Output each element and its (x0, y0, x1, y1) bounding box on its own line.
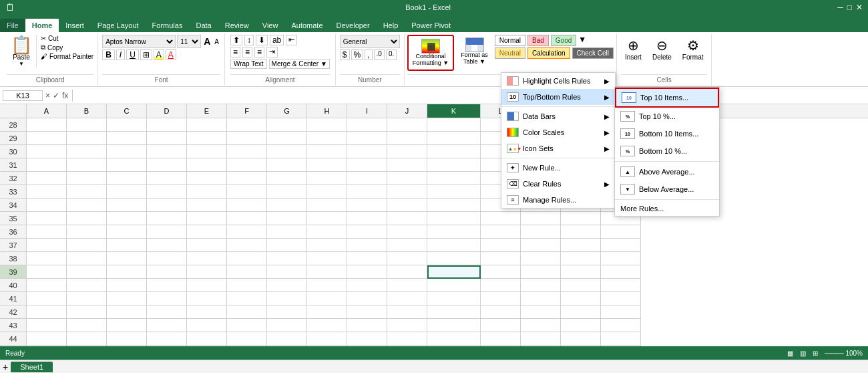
cell-E33[interactable] (187, 185, 227, 199)
cell-C28[interactable] (107, 118, 147, 132)
cell-E35[interactable] (187, 212, 227, 225)
wrap-text-button[interactable]: Wrap Text (230, 59, 267, 69)
formula-input[interactable] (74, 91, 865, 100)
cell-H41[interactable] (307, 292, 347, 305)
tab-data[interactable]: Data (189, 19, 218, 32)
more-rules-item[interactable]: More Rules... (615, 201, 719, 216)
cell-J35[interactable] (387, 212, 427, 225)
cell-H42[interactable] (307, 305, 347, 319)
cell-O41[interactable] (601, 292, 641, 305)
cell-J41[interactable] (387, 292, 427, 305)
cf-databars-item[interactable]: Data Bars ▶ (501, 108, 615, 124)
cell-K40[interactable] (427, 279, 481, 292)
cell-N40[interactable] (561, 279, 601, 292)
cell-K35[interactable] (427, 212, 481, 225)
cell-K32[interactable] (427, 172, 481, 185)
cell-J32[interactable] (387, 172, 427, 185)
cell-D30[interactable] (147, 145, 187, 158)
cell-F41[interactable] (227, 292, 267, 305)
align-top-button[interactable]: ⬆ (230, 35, 242, 45)
cell-A40[interactable] (27, 279, 67, 292)
cell-D35[interactable] (147, 212, 187, 225)
font-grow-button[interactable]: A (202, 35, 212, 47)
row-num-35[interactable]: 35 (0, 212, 26, 225)
cell-L39[interactable] (481, 265, 521, 279)
cell-K33[interactable] (427, 185, 481, 199)
cell-B38[interactable] (67, 252, 107, 265)
number-format-select[interactable]: General (340, 35, 400, 48)
cell-F44[interactable] (227, 332, 267, 346)
insert-cells-button[interactable]: ⊕ Insert (621, 35, 646, 64)
cell-E32[interactable] (187, 172, 227, 185)
cell-E36[interactable] (187, 225, 227, 239)
decrease-decimal-button[interactable]: 0. (386, 49, 397, 60)
cell-K30[interactable] (427, 145, 481, 158)
cell-N36[interactable] (561, 225, 601, 239)
cell-F33[interactable] (227, 185, 267, 199)
cell-J39[interactable] (387, 265, 427, 279)
cell-A36[interactable] (27, 225, 67, 239)
increase-decimal-button[interactable]: .0 (374, 49, 385, 60)
cell-B41[interactable] (67, 292, 107, 305)
cell-E42[interactable] (187, 305, 227, 319)
cell-H39[interactable] (307, 265, 347, 279)
cell-C32[interactable] (107, 172, 147, 185)
normal-style[interactable]: Normal (495, 35, 525, 46)
cell-I32[interactable] (347, 172, 387, 185)
cell-J43[interactable] (387, 319, 427, 332)
cell-A34[interactable] (27, 199, 67, 212)
cell-O42[interactable] (601, 305, 641, 319)
col-header-j[interactable]: J (387, 104, 427, 118)
orientation-button[interactable]: ab (270, 35, 284, 45)
cell-L40[interactable] (481, 279, 521, 292)
cell-N35[interactable] (561, 212, 601, 225)
cell-J36[interactable] (387, 225, 427, 239)
cell-G31[interactable] (267, 158, 307, 172)
cell-G41[interactable] (267, 292, 307, 305)
cell-E30[interactable] (187, 145, 227, 158)
good-style[interactable]: Good (551, 35, 576, 46)
cell-A30[interactable] (27, 145, 67, 158)
cell-B30[interactable] (67, 145, 107, 158)
cell-E39[interactable] (187, 265, 227, 279)
cell-O44[interactable] (601, 332, 641, 346)
col-header-g[interactable]: G (267, 104, 307, 118)
close-icon[interactable]: ✕ (856, 3, 863, 12)
col-header-f[interactable]: F (227, 104, 267, 118)
cell-C30[interactable] (107, 145, 147, 158)
cell-K39[interactable] (427, 265, 481, 279)
cell-J33[interactable] (387, 185, 427, 199)
cell-E28[interactable] (187, 118, 227, 132)
cell-L35[interactable] (481, 212, 521, 225)
cell-L44[interactable] (481, 332, 521, 346)
cell-A31[interactable] (27, 158, 67, 172)
view-page-break-icon[interactable]: ⊞ (813, 350, 818, 357)
cell-B39[interactable] (67, 265, 107, 279)
cell-C29[interactable] (107, 132, 147, 145)
cell-I31[interactable] (347, 158, 387, 172)
cell-I41[interactable] (347, 292, 387, 305)
cell-B28[interactable] (67, 118, 107, 132)
cell-I33[interactable] (347, 185, 387, 199)
cell-O36[interactable] (601, 225, 641, 239)
cell-M37[interactable] (521, 239, 561, 252)
cell-B40[interactable] (67, 279, 107, 292)
cell-K38[interactable] (427, 252, 481, 265)
cell-G43[interactable] (267, 319, 307, 332)
cell-D29[interactable] (147, 132, 187, 145)
cell-D44[interactable] (147, 332, 187, 346)
cell-F42[interactable] (227, 305, 267, 319)
cell-B36[interactable] (67, 225, 107, 239)
cell-K37[interactable] (427, 239, 481, 252)
cell-G36[interactable] (267, 225, 307, 239)
tab-power-pivot[interactable]: Power Pivot (405, 19, 457, 32)
cell-D38[interactable] (147, 252, 187, 265)
cell-A38[interactable] (27, 252, 67, 265)
cell-E38[interactable] (187, 252, 227, 265)
cell-G32[interactable] (267, 172, 307, 185)
col-header-c[interactable]: C (107, 104, 147, 118)
cell-A42[interactable] (27, 305, 67, 319)
cell-C44[interactable] (107, 332, 147, 346)
delete-cells-button[interactable]: ⊖ Delete (648, 35, 676, 64)
align-center-button[interactable]: ≡ (242, 47, 252, 57)
